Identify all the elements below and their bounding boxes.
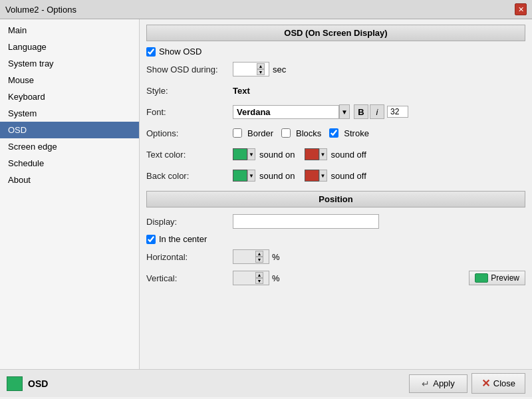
back-color-off-arrow[interactable]: ▼ — [319, 170, 327, 182]
text-color-off-swatch[interactable] — [305, 148, 319, 160]
options-label: Options: — [146, 128, 233, 138]
horizontal-value: 50 ▲ ▼ % — [233, 249, 525, 264]
back-color-off-group: ▼ sound off — [305, 170, 376, 182]
font-size-input[interactable]: 32 — [387, 106, 408, 118]
sidebar-item-system[interactable]: System — [0, 105, 139, 122]
font-bold-button[interactable]: B — [354, 104, 368, 119]
close-x-icon: ✕ — [481, 377, 490, 390]
sidebar-item-system-tray[interactable]: System tray — [0, 55, 139, 72]
vertical-value: 50 ▲ ▼ % Preview — [233, 271, 525, 285]
horizontal-spin-buttons: ▲ ▼ — [255, 251, 263, 263]
display-row: Display: — [146, 213, 525, 230]
horizontal-label: Horizontal: — [146, 252, 233, 262]
stroke-label: Stroke — [344, 128, 369, 138]
display-input[interactable] — [233, 214, 379, 229]
vertical-row: Vertical: 50 ▲ ▼ % Preview — [146, 269, 525, 287]
content-panel: OSD (On Screen Display) Show OSD Show OS… — [140, 19, 532, 369]
bottom-right: ↵ Apply ✕ Close — [409, 373, 525, 394]
bottom-left: OSD — [7, 376, 48, 391]
font-select[interactable]: Verdana — [233, 105, 339, 119]
display-label: Display: — [146, 217, 233, 227]
osd-section-header: OSD (On Screen Display) — [146, 25, 525, 41]
stroke-option: Stroke — [329, 128, 369, 138]
blocks-checkbox[interactable] — [281, 128, 291, 138]
preview-icon — [475, 273, 488, 283]
text-color-on-arrow[interactable]: ▼ — [247, 148, 255, 160]
close-button[interactable]: ✕ Close — [471, 373, 525, 394]
window-title: Volume2 - Options — [5, 5, 76, 15]
border-option: Border — [233, 128, 273, 138]
stroke-checkbox[interactable] — [329, 128, 338, 138]
in-the-center-row: In the center — [146, 234, 525, 244]
back-color-on-arrow[interactable]: ▼ — [247, 170, 255, 182]
osd-duration-input[interactable]: 0,5 — [235, 65, 255, 74]
border-label: Border — [247, 128, 273, 138]
sidebar-item-language[interactable]: Language — [0, 39, 139, 55]
show-osd-label: Show OSD — [159, 47, 201, 57]
text-color-off-group: ▼ sound off — [305, 148, 376, 160]
osd-duration-spinbox[interactable]: 0,5 ▲ ▼ — [233, 62, 269, 76]
blocks-option: Blocks — [281, 128, 321, 138]
sidebar-item-keyboard[interactable]: Keyboard — [0, 88, 139, 105]
horizontal-up-button[interactable]: ▲ — [255, 251, 263, 257]
back-color-off-swatch[interactable] — [305, 170, 319, 182]
style-row: Style: Text — [146, 82, 525, 99]
osd-duration-spin-buttons: ▲ ▼ — [257, 63, 265, 75]
osd-duration-down-button[interactable]: ▼ — [257, 69, 265, 75]
window-close-button[interactable]: ✕ — [515, 3, 527, 15]
sidebar-item-main[interactable]: Main — [0, 22, 139, 39]
vertical-input[interactable]: 50 — [235, 273, 254, 283]
show-osd-during-row: Show OSD during: 0,5 ▲ ▼ sec — [146, 61, 525, 78]
vertical-spinbox[interactable]: 50 ▲ ▼ — [233, 271, 269, 285]
back-color-row: Back color: ▼ sound on ▼ sound off — [146, 167, 525, 184]
in-the-center-checkbox[interactable] — [146, 235, 156, 244]
border-checkbox[interactable] — [233, 128, 242, 138]
text-color-on-swatch[interactable] — [233, 148, 247, 160]
bottom-osd-icon — [7, 376, 23, 391]
position-section-header: Position — [146, 191, 525, 207]
back-color-on-label: sound on — [259, 171, 295, 181]
vertical-unit: % — [272, 273, 280, 283]
bottom-osd-label: OSD — [28, 378, 48, 389]
sidebar-item-mouse[interactable]: Mouse — [0, 72, 139, 88]
show-osd-checkbox[interactable] — [146, 47, 156, 57]
vertical-up-button[interactable]: ▲ — [255, 272, 263, 278]
sidebar-item-screen-edge[interactable]: Screen edge — [0, 138, 139, 155]
vertical-spin-buttons: ▲ ▼ — [255, 272, 263, 284]
back-color-on-swatch[interactable] — [233, 170, 247, 182]
osd-duration-up-button[interactable]: ▲ — [257, 63, 265, 69]
horizontal-input[interactable]: 50 — [235, 252, 254, 261]
osd-duration-sec-label: sec — [273, 65, 286, 74]
bottom-bar: OSD ↵ Apply ✕ Close — [0, 369, 532, 397]
apply-label: Apply — [433, 378, 455, 388]
horizontal-unit: % — [272, 252, 280, 262]
font-label: Font: — [146, 107, 233, 117]
font-italic-button[interactable]: i — [370, 104, 384, 119]
options-row: Options: Border Blocks Stroke — [146, 124, 525, 142]
text-color-on-group: ▼ sound on — [233, 148, 305, 160]
text-color-on-label: sound on — [259, 150, 295, 160]
text-color-off-arrow[interactable]: ▼ — [319, 148, 327, 160]
text-color-label: Text color: — [146, 150, 233, 160]
apply-button[interactable]: ↵ Apply — [409, 374, 467, 393]
main-layout: Main Language System tray Mouse Keyboard… — [0, 19, 532, 369]
show-osd-row: Show OSD — [146, 47, 525, 57]
apply-icon: ↵ — [422, 378, 430, 389]
sidebar-item-schedule[interactable]: Schedule — [0, 155, 139, 172]
vertical-down-button[interactable]: ▼ — [255, 278, 263, 284]
vertical-label: Vertical: — [146, 273, 233, 283]
back-color-value: ▼ sound on ▼ sound off — [233, 170, 525, 182]
sidebar-item-about[interactable]: About — [0, 172, 139, 188]
horizontal-down-button[interactable]: ▼ — [255, 257, 263, 263]
preview-button[interactable]: Preview — [469, 271, 525, 285]
font-row: Font: Verdana ▼ B i 32 — [146, 103, 525, 120]
font-dropdown-arrow[interactable]: ▼ — [339, 104, 350, 119]
horizontal-spinbox[interactable]: 50 ▲ ▼ — [233, 249, 269, 264]
vertical-input-group: 50 ▲ ▼ % — [233, 271, 280, 285]
sidebar-item-osd[interactable]: OSD — [0, 122, 139, 138]
font-value-container: Verdana ▼ B i 32 — [233, 104, 525, 119]
text-color-row: Text color: ▼ sound on ▼ sound off — [146, 146, 525, 163]
display-value — [233, 214, 525, 229]
close-label: Close — [493, 378, 515, 388]
options-group: Border Blocks Stroke — [233, 128, 525, 138]
